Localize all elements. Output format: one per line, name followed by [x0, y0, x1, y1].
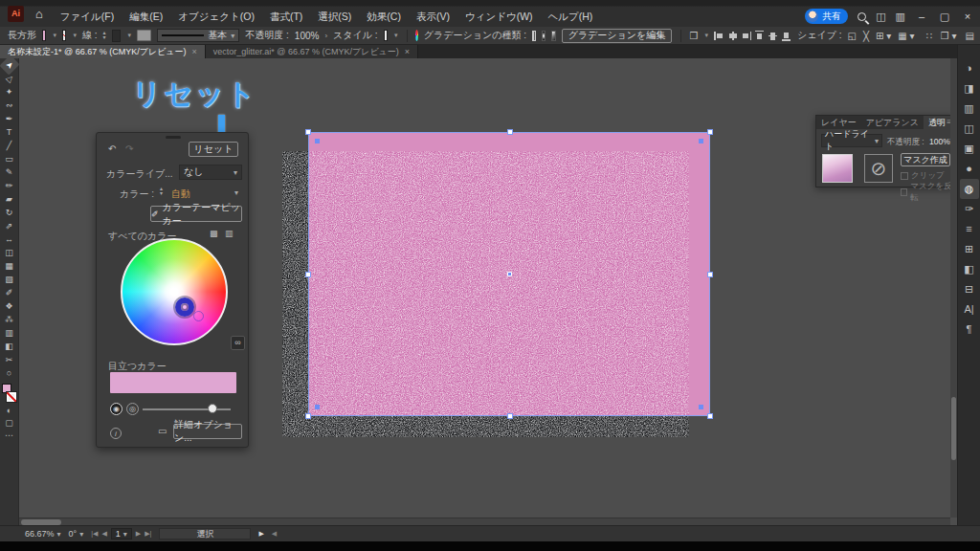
color-wheel-marker[interactable] [175, 298, 194, 317]
wheel-mode-icon[interactable]: ◉ [110, 403, 122, 415]
align-vertical-top-icon[interactable] [754, 31, 765, 41]
rotate-tool[interactable]: ↻ [2, 206, 17, 219]
width-profile-dropdown[interactable] [137, 30, 151, 41]
symbol-sprayer-tool[interactable]: ⁂ [2, 313, 17, 326]
align-vertical-middle-icon[interactable] [768, 31, 778, 41]
line-tool[interactable]: ╱ [2, 139, 17, 152]
artboard-number-dropdown[interactable]: 1▾ [111, 528, 132, 540]
blend-mode-dropdown[interactable]: ハードライト ▾ [821, 134, 882, 147]
fill-dropdown-icon[interactable]: ▾ [53, 32, 56, 39]
vertical-scrollbar-thumb[interactable] [951, 397, 956, 460]
menu-item[interactable]: ヘルプ(H) [541, 7, 601, 26]
stroke-weight-stepper[interactable]: ▴▾ [103, 31, 106, 40]
menu-item[interactable]: オブジェクト(O) [170, 7, 262, 26]
dot-mode-icon[interactable]: ◎ [126, 403, 139, 415]
menu-item[interactable]: ファイル(F) [53, 7, 122, 26]
home-icon[interactable]: ⌂ [35, 7, 43, 21]
menu-item[interactable]: 選択(S) [310, 7, 359, 26]
color-theme-picker-button[interactable]: ✐ カラーテーマピッカー [150, 206, 242, 222]
isolate-object-icon[interactable]: ❒ [690, 31, 699, 41]
anchor-points-icon[interactable]: ╳ [863, 31, 869, 41]
style-dropdown-icon[interactable]: ▾ [394, 32, 398, 39]
menu-item[interactable]: 編集(E) [122, 7, 170, 26]
prominence-slider-knob[interactable] [208, 404, 217, 413]
appearance-panel-icon[interactable]: ● [960, 159, 979, 179]
selection-bounding-box[interactable] [308, 132, 710, 416]
workspace-switcher-icon[interactable]: ▥ [896, 11, 905, 23]
brush-definition-dropdown[interactable]: 基本 ▾ [157, 29, 239, 42]
align-vertical-bottom-icon[interactable] [781, 31, 791, 41]
menu-item[interactable]: 表示(V) [409, 7, 457, 26]
gradient-panel-icon[interactable]: ◨ [960, 78, 979, 99]
isolate-dropdown-icon[interactable]: ▾ [705, 32, 709, 39]
draw-behind-mode-icon[interactable]: ▢ [5, 417, 13, 430]
first-artboard-button[interactable]: |◀ [91, 530, 98, 538]
pen-tool[interactable]: ✒ [2, 112, 17, 125]
shape-expand-icon[interactable]: ◱ [848, 31, 857, 41]
edit-toolbar-icon[interactable]: ⋯ [5, 430, 13, 442]
color-count-stepper[interactable]: ▴▾ [160, 187, 163, 196]
wheel-view-icon[interactable]: ▩ [210, 229, 218, 238]
tab-appearance[interactable]: アピアランス [861, 116, 924, 129]
close-tab-icon[interactable]: × [192, 47, 197, 56]
fill-stroke-widget[interactable] [2, 384, 17, 405]
link-harmony-icon[interactable]: ∞ [231, 336, 245, 350]
shape-mode-icon[interactable]: ⊞ ▾ [876, 31, 891, 41]
prominent-color-swatch[interactable] [110, 372, 236, 393]
close-tab-icon[interactable]: × [405, 47, 410, 56]
undo-icon[interactable]: ↶ [108, 143, 116, 154]
menu-item[interactable]: 書式(T) [262, 7, 310, 26]
color-wheel-secondary-marker[interactable] [193, 311, 204, 321]
redo-icon[interactable]: ↷ [125, 143, 133, 154]
eraser-tool[interactable]: ▰ [2, 192, 17, 206]
color-library-dropdown[interactable]: なし ▾ [179, 165, 242, 180]
opacity-value[interactable]: 100% [295, 31, 320, 41]
make-mask-button[interactable]: マスク作成 [901, 153, 950, 166]
prev-artboard-button[interactable]: ◀ [101, 530, 106, 538]
selection-center-point[interactable] [507, 272, 512, 276]
invert-mask-checkbox[interactable]: マスクを反転 [901, 181, 954, 204]
shape-builder-tool[interactable]: ◫ [2, 246, 17, 259]
stroke-panel-icon[interactable]: ≡ [960, 219, 979, 239]
align-horizontal-right-icon[interactable] [741, 31, 751, 41]
search-icon[interactable] [858, 12, 866, 21]
mesh-tool[interactable]: ▦ [2, 259, 17, 273]
column-graph-tool[interactable]: ▥ [2, 326, 17, 340]
style-swatch[interactable] [384, 30, 388, 41]
swatches-panel-icon[interactable]: ◧ [960, 259, 979, 279]
no-mask-icon[interactable]: ⊘ [864, 154, 893, 183]
rotation-dropdown[interactable]: 0°▾ [69, 529, 84, 539]
selection-handle[interactable] [305, 413, 311, 419]
next-artboard-button[interactable]: ▶ [136, 530, 141, 538]
align-horizontal-center-icon[interactable] [727, 31, 738, 41]
info-icon[interactable]: i [110, 428, 122, 439]
zoom-level-dropdown[interactable]: 66.67%▾ [25, 529, 61, 539]
close-button[interactable]: × [961, 11, 974, 22]
app-logo-icon[interactable]: Ai [8, 6, 24, 22]
artboards-panel-icon[interactable]: ◫ [960, 119, 979, 139]
gradient-linear-icon[interactable] [532, 31, 536, 41]
panel-drag-handle[interactable] [166, 136, 181, 139]
effects-menu-icon[interactable]: ▦ ▾ [898, 31, 914, 41]
last-artboard-button[interactable]: ▶| [145, 530, 151, 538]
align-panel-icon[interactable]: ⊟ [960, 279, 979, 299]
type-tool[interactable]: T [2, 125, 17, 139]
stroke-color-swatch[interactable] [62, 30, 66, 41]
selection-handle[interactable] [305, 272, 311, 277]
share-button[interactable]: 共有 [805, 9, 848, 24]
stroke-dropdown-icon[interactable]: ▾ [73, 32, 77, 39]
prominence-slider-track[interactable] [143, 408, 231, 410]
edit-gradient-button[interactable]: グラデーションを編集 [562, 29, 673, 43]
tab-layers[interactable]: レイヤー [816, 116, 861, 129]
pencil-tool[interactable]: ✏ [2, 179, 17, 192]
bar-view-icon[interactable]: ▥ [225, 229, 234, 238]
fill-color-swatch[interactable] [42, 30, 46, 41]
selection-handle[interactable] [305, 129, 311, 135]
align-horizontal-left-icon[interactable] [714, 31, 724, 41]
paragraph-panel-icon[interactable]: ¶ [960, 320, 979, 340]
color-count-value[interactable]: 自動 [171, 187, 190, 201]
menu-item[interactable]: 効果(C) [359, 7, 409, 26]
selection-handle[interactable] [707, 272, 713, 277]
layers-panel-icon[interactable]: ▣ [960, 139, 979, 159]
rectangle-tool[interactable]: ▭ [2, 152, 17, 165]
